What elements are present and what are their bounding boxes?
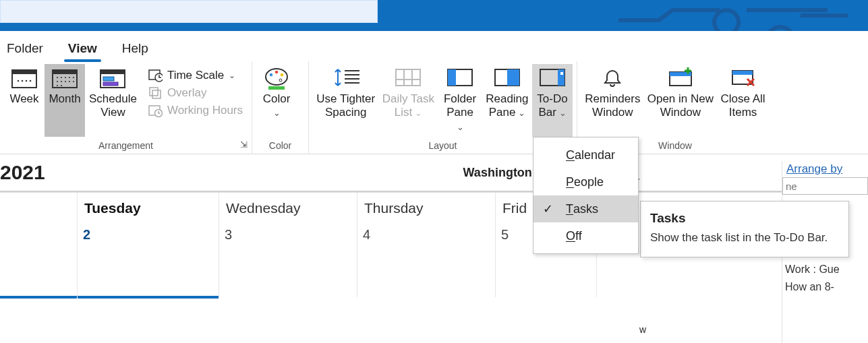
tab-view[interactable]: View bbox=[64, 36, 101, 61]
svg-point-3 bbox=[22, 80, 24, 82]
chevron-down-icon: ⌄ bbox=[515, 108, 525, 118]
tooltip-tasks: Tasks Show the task list in the To-Do Ba… bbox=[640, 201, 849, 257]
svg-rect-35 bbox=[268, 86, 285, 90]
dialog-launcher-icon[interactable]: ⇲ bbox=[240, 139, 248, 150]
time-scale-icon bbox=[148, 68, 163, 83]
svg-point-32 bbox=[275, 71, 279, 74]
week-button[interactable]: Week bbox=[4, 64, 45, 137]
time-scale-label: Time Scale bbox=[167, 69, 224, 82]
menu-item-off[interactable]: Off bbox=[533, 222, 638, 249]
bell-icon bbox=[598, 65, 627, 91]
close-all-icon bbox=[728, 65, 758, 91]
svg-point-17 bbox=[73, 81, 74, 82]
svg-point-2 bbox=[18, 80, 20, 82]
svg-rect-54 bbox=[732, 71, 753, 75]
svg-rect-26 bbox=[150, 88, 158, 96]
open-in-new-window-label: Open in New Window bbox=[647, 92, 714, 119]
menu-item-calendar[interactable]: Calendar bbox=[533, 142, 638, 168]
new-task-input[interactable] bbox=[782, 177, 868, 195]
new-window-icon bbox=[666, 65, 695, 91]
title-bar bbox=[0, 0, 868, 31]
tighter-spacing-label: Use Tighter Spacing bbox=[316, 92, 375, 119]
close-all-items-button[interactable]: Close All Items bbox=[717, 64, 769, 137]
ribbon-view: Week Month Schedule View Time Scale⌄ Ove… bbox=[0, 61, 868, 137]
chevron-down-icon: ⌄ bbox=[556, 108, 567, 118]
menu-item-people[interactable]: People bbox=[533, 168, 638, 195]
weather-tomorrow-label: w bbox=[639, 324, 646, 335]
ribbon-group-labels: Arrangement⇲ Color Layout Window bbox=[0, 137, 868, 154]
svg-point-18 bbox=[57, 85, 58, 86]
day-head-tue: Tuesday bbox=[78, 193, 219, 223]
search-field[interactable] bbox=[0, 0, 378, 23]
arrange-by-link[interactable]: Arrange by bbox=[782, 161, 868, 177]
schedule-view-label: Schedule View bbox=[89, 92, 137, 119]
arrangement-group-label: Arrangement bbox=[98, 140, 153, 151]
overlay-button: Overlay bbox=[144, 84, 247, 102]
daily-task-list-icon bbox=[393, 65, 423, 91]
svg-rect-7 bbox=[53, 70, 77, 74]
working-hours-label: Working Hours bbox=[167, 104, 243, 117]
chevron-down-icon: ⌄ bbox=[457, 122, 464, 132]
todo-bar-menu: Calendar People ✓Tasks Off bbox=[533, 137, 639, 254]
tighter-spacing-icon bbox=[331, 65, 361, 91]
svg-point-16 bbox=[69, 81, 70, 82]
folder-pane-label: Folder Pane bbox=[444, 92, 476, 119]
todo-bar-icon bbox=[538, 65, 567, 91]
todo-bar-button[interactable]: To-Do Bar ⌄ bbox=[532, 64, 573, 137]
svg-rect-45 bbox=[448, 69, 456, 86]
day-head-thu: Thursday bbox=[357, 193, 496, 223]
menu-item-tasks[interactable]: ✓Tasks bbox=[533, 195, 638, 222]
svg-rect-40 bbox=[396, 69, 420, 86]
reminders-window-button[interactable]: Reminders Window bbox=[581, 64, 644, 137]
daily-task-list-label: Daily Task List bbox=[382, 92, 434, 119]
reading-pane-button[interactable]: Reading Pane ⌄ bbox=[482, 64, 532, 137]
list-item[interactable]: How an 8- bbox=[785, 281, 865, 293]
chevron-down-icon: ⌄ bbox=[412, 108, 422, 118]
svg-point-14 bbox=[61, 81, 62, 82]
schedule-view-button[interactable]: Schedule View bbox=[85, 64, 141, 137]
svg-point-11 bbox=[69, 77, 70, 78]
open-in-new-window-button[interactable]: Open in New Window bbox=[644, 64, 717, 137]
overlay-icon bbox=[148, 86, 163, 100]
check-icon: ✓ bbox=[543, 201, 553, 216]
svg-point-10 bbox=[65, 77, 66, 78]
month-icon bbox=[50, 65, 80, 91]
tooltip-body: Show the task list in the To-Do Bar. bbox=[650, 231, 836, 245]
svg-rect-21 bbox=[100, 70, 125, 74]
svg-point-33 bbox=[281, 73, 284, 77]
week-icon bbox=[9, 65, 39, 91]
date-cell[interactable] bbox=[0, 223, 78, 297]
time-scale-button[interactable]: Time Scale⌄ bbox=[144, 67, 247, 84]
schedule-view-icon bbox=[98, 65, 127, 91]
color-group-label: Color bbox=[269, 140, 291, 151]
date-cell[interactable]: 3 bbox=[219, 223, 357, 297]
svg-point-12 bbox=[73, 77, 74, 78]
svg-point-13 bbox=[57, 81, 58, 82]
list-item[interactable]: Work : Gue bbox=[785, 263, 865, 276]
page-title: 2021 bbox=[0, 161, 45, 184]
day-head-wed: Wednesday bbox=[219, 193, 357, 223]
reminders-window-label: Reminders Window bbox=[585, 92, 640, 119]
chevron-down-icon: ⌄ bbox=[229, 71, 235, 80]
svg-point-34 bbox=[279, 79, 282, 82]
month-button[interactable]: Month bbox=[45, 64, 85, 137]
ribbon-tabs: Folder View Help bbox=[0, 31, 868, 61]
tab-help[interactable]: Help bbox=[118, 36, 152, 61]
day-head-mon bbox=[0, 193, 78, 223]
calendar-header: 2021 Washington, D.C. ▼ ☾ Today 66°F / 4… bbox=[0, 154, 868, 192]
folder-pane-icon bbox=[445, 65, 475, 91]
working-hours-icon bbox=[148, 103, 163, 118]
layout-group-label: Layout bbox=[428, 140, 457, 151]
folder-pane-button[interactable]: Folder Pane ⌄ bbox=[438, 64, 482, 137]
close-all-items-label: Close All Items bbox=[720, 92, 765, 119]
overlay-label: Overlay bbox=[167, 86, 207, 100]
svg-point-8 bbox=[57, 77, 58, 78]
week-label: Week bbox=[9, 92, 38, 106]
tab-folder[interactable]: Folder bbox=[3, 36, 47, 61]
date-cell[interactable]: 4 bbox=[357, 223, 496, 297]
date-cell[interactable]: 2 bbox=[78, 223, 219, 297]
color-button[interactable]: Color⌄ bbox=[256, 64, 297, 137]
use-tighter-spacing-button[interactable]: Use Tighter Spacing bbox=[313, 64, 378, 137]
svg-rect-22 bbox=[103, 77, 114, 81]
reading-pane-icon bbox=[492, 65, 522, 91]
